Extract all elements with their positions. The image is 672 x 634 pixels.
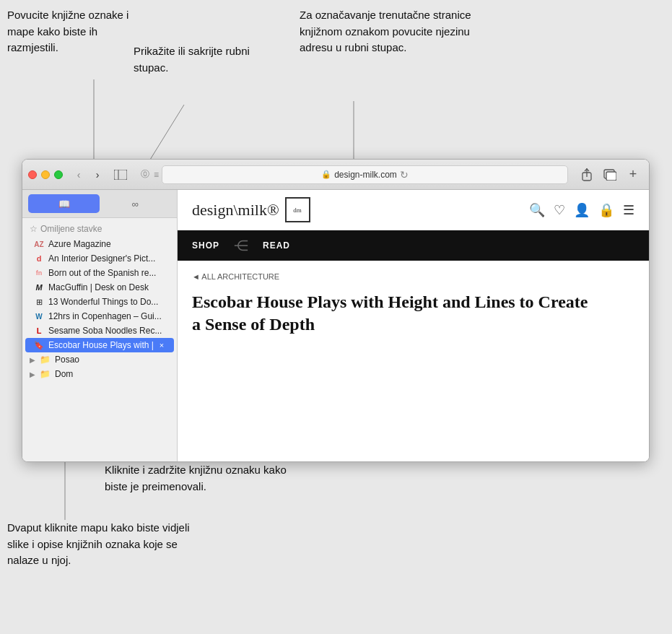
annotation-top-middle: Prikažite ili sakrijte rubni stupac. — [134, 43, 263, 76]
sesame-icon: L — [34, 326, 44, 336]
item-label: An Interior Designer's Pict... — [48, 253, 155, 264]
add-tab-button[interactable]: + — [623, 166, 643, 183]
item-label: 12hrs in Copenhagen – Gui... — [48, 311, 162, 321]
folder-item-dom[interactable]: ▶ 📁 Dom — [22, 367, 177, 381]
minimize-button[interactable] — [41, 170, 50, 179]
annotation-bottom-middle: Kliknite i zadržite knjižnu oznaku kako … — [105, 462, 307, 495]
svg-rect-10 — [606, 172, 616, 181]
item-label: Born out of the Spanish re... — [48, 268, 156, 278]
browser-content: 📖 ∞ ☆ Omiljene stavke AZ Azure Magazine … — [22, 190, 649, 461]
nav-buttons: ‹ › — [70, 166, 106, 183]
annotation-text-bottom-left: Dvaput kliknite mapu kako biste vidjeli … — [7, 521, 190, 566]
privacy-icon: ⓪ — [139, 169, 151, 181]
section-label: Omiljene stavke — [40, 224, 102, 234]
annotation-top-left: Povucite knjižne oznake i mape kako bist… — [7, 7, 152, 56]
folder-icon: 📁 — [40, 355, 51, 365]
bookmarks-icon: 📖 — [58, 199, 70, 209]
sidebar-section-favorites: ☆ Omiljene stavke — [22, 221, 177, 237]
back-link-text: ◄ ALL ARCHITECTURE — [192, 272, 279, 281]
nav-divider: ⋲ — [234, 237, 248, 254]
reload-button[interactable]: ↻ — [400, 169, 409, 181]
logo-text: design\milk® — [192, 201, 279, 220]
reading-list-icon: ∞ — [132, 199, 139, 209]
item-label: 13 Wonderful Things to Do... — [48, 297, 158, 307]
sidebar-tabs: 📖 ∞ — [22, 190, 177, 218]
site-icons: 🔍 ♡ 👤 🔒 ☰ — [529, 202, 634, 218]
nav-read[interactable]: READ — [263, 240, 290, 251]
toolbar-right: + — [577, 166, 643, 183]
back-button[interactable]: ‹ — [70, 166, 87, 183]
sidebar: 📖 ∞ ☆ Omiljene stavke AZ Azure Magazine … — [22, 190, 178, 461]
item-label: MacGuffin | Desk on Desk — [48, 282, 149, 292]
maximize-button[interactable] — [54, 170, 63, 179]
list-item[interactable]: W 12hrs in Copenhagen – Gui... — [22, 309, 177, 323]
logo-badge: dm — [293, 207, 302, 214]
folder-arrow-icon: ▶ — [30, 356, 35, 364]
site-header: design\milk® dm 🔍 ♡ 👤 🔒 ☰ — [178, 190, 649, 230]
born-icon: fn — [34, 268, 44, 278]
folder-icon: 📁 — [40, 369, 51, 379]
search-icon[interactable]: 🔍 — [529, 202, 545, 218]
folder-item-posao[interactable]: ▶ 📁 Posao — [22, 352, 177, 367]
svg-rect-5 — [114, 170, 127, 180]
account-icon[interactable]: 👤 — [574, 202, 590, 218]
cart-icon[interactable]: 🔒 — [598, 202, 614, 218]
nav-bar: SHOP ⋲ READ — [178, 230, 649, 261]
url-text: design-milk.com — [334, 170, 397, 180]
item-label: Azure Magazine — [48, 239, 111, 249]
close-button[interactable] — [28, 170, 37, 179]
annotation-text-top-left: Povucite knjižne oznake i mape kako bist… — [7, 9, 128, 53]
annotation-bottom-left: Dvaput kliknite mapu kako biste vidjeli … — [7, 520, 209, 569]
new-tab-button[interactable] — [600, 166, 620, 183]
share-button[interactable] — [577, 166, 597, 183]
list-item[interactable]: AZ Azure Magazine — [22, 237, 177, 251]
menu-icon[interactable]: ☰ — [623, 202, 634, 218]
address-bar[interactable]: 🔒 design-milk.com ↻ — [162, 165, 568, 184]
back-link[interactable]: ◄ ALL ARCHITECTURE — [192, 272, 634, 281]
annotation-text-top-right: Za označavanje trenutačne stranice knjiž… — [300, 9, 471, 53]
lock-icon: 🔒 — [321, 170, 331, 179]
article-title: Escobar House Plays with Height and Line… — [192, 291, 596, 336]
nav-shop[interactable]: SHOP — [192, 240, 219, 251]
sidebar-tab-reading-list[interactable]: ∞ — [100, 194, 171, 213]
folder-label: Dom — [55, 369, 73, 379]
list-item[interactable]: L Sesame Soba Noodles Rec... — [22, 323, 177, 338]
logo-icon: dm — [285, 197, 310, 222]
bookmark-icon: 🔖 — [34, 340, 44, 350]
main-content: design\milk® dm 🔍 ♡ 👤 🔒 ☰ SHOP ⋲ READ — [178, 190, 649, 461]
azure-icon: AZ — [34, 239, 44, 249]
traffic-lights — [28, 170, 63, 179]
list-item[interactable]: ⊞ 13 Wonderful Things to Do... — [22, 295, 177, 309]
wordpress-icon: W — [34, 311, 44, 321]
address-bar-area: ⓪ ≡ 🔒 design-milk.com ↻ — [139, 165, 568, 184]
edit-cursor: × — [160, 341, 164, 349]
sidebar-tab-bookmarks[interactable]: 📖 — [28, 194, 100, 213]
article-area: ◄ ALL ARCHITECTURE Escobar House Plays w… — [178, 261, 649, 347]
designer-icon: d — [34, 253, 44, 264]
folder-label: Posao — [55, 355, 79, 365]
list-item[interactable]: M MacGuffin | Desk on Desk — [22, 280, 177, 295]
annotation-top-right: Za označavanje trenutačne stranice knjiž… — [300, 7, 487, 56]
list-item-selected[interactable]: 🔖 Escobar House Plays with | × — [25, 338, 174, 352]
item-label: Escobar House Plays with | — [48, 340, 154, 350]
star-icon: ☆ — [30, 224, 38, 234]
folder-arrow-icon: ▶ — [30, 370, 35, 378]
item-label: Sesame Soba Noodles Rec... — [48, 326, 162, 336]
annotation-text-top-middle: Prikažite ili sakrijte rubni stupac. — [134, 45, 250, 74]
wishlist-icon[interactable]: ♡ — [554, 202, 565, 218]
forward-button[interactable]: › — [89, 166, 106, 183]
sidebar-items-list: ☆ Omiljene stavke AZ Azure Magazine d An… — [22, 218, 177, 384]
sidebar-toggle-button[interactable] — [110, 166, 131, 183]
annotation-text-bottom-middle: Kliknite i zadržite knjižnu oznaku kako … — [105, 464, 287, 492]
site-logo: design\milk® dm — [192, 197, 310, 222]
list-item[interactable]: fn Born out of the Spanish re... — [22, 266, 177, 280]
browser-window: ‹ › ⓪ ≡ 🔒 design-milk.com ↻ — [22, 159, 650, 462]
macguffin-icon: M — [34, 282, 44, 292]
grid-icon: ⊞ — [34, 297, 44, 307]
list-item[interactable]: d An Interior Designer's Pict... — [22, 251, 177, 266]
reader-icon: ≡ — [154, 170, 159, 180]
title-bar: ‹ › ⓪ ≡ 🔒 design-milk.com ↻ — [22, 160, 649, 190]
